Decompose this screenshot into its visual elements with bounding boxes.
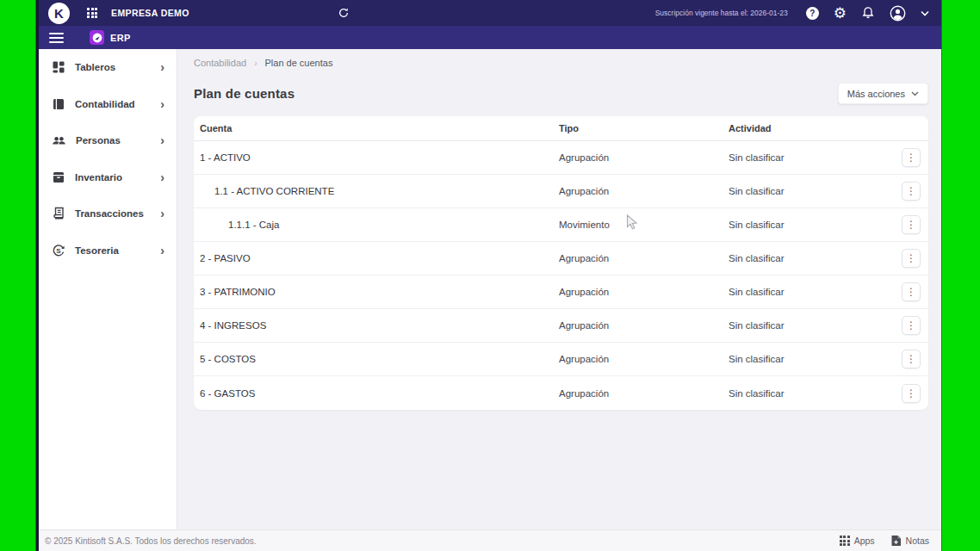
table-row: 1.1.1 - Caja Movimiento Sin clasificar ⋮ [194, 208, 928, 242]
cell-tipo: Movimiento [559, 220, 729, 230]
sidebar-item-label: Personas [76, 135, 160, 145]
cell-cuenta: 4 - INGRESOS [194, 320, 559, 331]
row-menu-button[interactable]: ⋮ [902, 249, 921, 268]
cell-actividad: Sin clasificar [729, 320, 894, 331]
chevron-down-icon [911, 91, 919, 96]
cell-cuenta: 1.1.1 - Caja [194, 220, 559, 230]
sidebar-item-tesoreria[interactable]: S Tesoreria › [39, 232, 177, 269]
copyright-text: © 2025 Kintisoft S.A.S. Todos los derech… [45, 536, 257, 546]
row-menu-button[interactable]: ⋮ [902, 182, 921, 201]
module-bar: ERP [39, 26, 941, 49]
top-bar: K EMPRESA DEMO Suscripción vigente hasta… [39, 0, 941, 26]
column-header-actividad: Actividad [729, 123, 894, 133]
cell-tipo: Agrupación [559, 186, 729, 196]
user-avatar[interactable] [890, 5, 906, 22]
cell-tipo: Agrupación [559, 152, 729, 163]
settings-gear-icon[interactable]: ⚙ [834, 6, 847, 21]
top-bar-right: Suscripción vigente hasta el: 2026-01-23… [655, 5, 929, 22]
cell-actividad: Sin clasificar [729, 220, 894, 230]
row-menu-button[interactable]: ⋮ [902, 350, 921, 368]
cell-cuenta: 2 - PASIVO [194, 253, 559, 263]
cell-tipo: Agrupación [559, 287, 729, 297]
table-row: 3 - PATRIMONIO Agrupación Sin clasificar… [194, 276, 928, 309]
cell-actividad: Sin clasificar [729, 354, 894, 364]
svg-text:S: S [56, 247, 61, 255]
cell-tipo: Agrupación [559, 320, 729, 331]
people-icon [52, 133, 66, 147]
ledger-icon [52, 97, 65, 111]
chevron-right-icon: › [160, 61, 164, 73]
chevron-right-icon: › [160, 207, 164, 220]
notifications-bell-icon[interactable] [861, 6, 875, 20]
breadcrumb-current: Plan de cuentas [265, 58, 333, 68]
kebab-icon: ⋮ [906, 220, 916, 230]
table-header-row: Cuenta Tipo Actividad [194, 116, 928, 141]
apps-button[interactable]: Apps [840, 536, 875, 546]
subscription-status: Suscripción vigente hasta el: 2026-01-23 [655, 9, 788, 17]
logo-letter: K [54, 7, 64, 20]
kebab-icon: ⋮ [906, 388, 916, 399]
chevron-right-icon: › [160, 134, 164, 146]
table-row: 1.1 - ACTIVO CORRIENTE Agrupación Sin cl… [194, 175, 928, 208]
sync-icon[interactable] [338, 7, 350, 19]
sidebar-item-label: Contabilidad [75, 99, 160, 109]
main-content: Contabilidad › Plan de cuentas Plan de c… [177, 49, 941, 529]
account-chevron-down-icon[interactable] [921, 10, 929, 16]
page-header: Plan de cuentas Más acciones [194, 83, 928, 104]
sidebar-item-transacciones[interactable]: Transacciones › [39, 195, 177, 232]
kebab-icon: ⋮ [906, 253, 916, 263]
receipt-icon [52, 207, 65, 220]
breadcrumb-parent[interactable]: Contabilidad [194, 58, 246, 68]
apps-grid-icon [840, 536, 850, 546]
footer: © 2025 Kintisoft S.A.S. Todos los derech… [39, 529, 941, 551]
accounts-table-card: Cuenta Tipo Actividad 1 - ACTIVO Agrupac… [194, 116, 928, 410]
cell-actividad: Sin clasificar [729, 186, 894, 196]
column-header-tipo: Tipo [559, 123, 729, 133]
row-menu-button[interactable]: ⋮ [902, 148, 921, 167]
breadcrumb: Contabilidad › Plan de cuentas [177, 49, 941, 68]
cell-actividad: Sin clasificar [729, 152, 894, 163]
more-actions-button[interactable]: Más acciones [838, 83, 928, 104]
sidebar-item-tableros[interactable]: Tableros › [39, 49, 177, 86]
table-row: 1 - ACTIVO Agrupación Sin clasificar ⋮ [194, 141, 928, 175]
erp-app-label: ERP [110, 33, 131, 43]
chevron-right-icon: › [160, 245, 164, 257]
cell-actividad: Sin clasificar [729, 388, 894, 399]
chevron-right-icon: › [160, 98, 164, 110]
cell-cuenta: 5 - COSTOS [194, 354, 559, 364]
cell-actividad: Sin clasificar [729, 253, 894, 263]
row-menu-button[interactable]: ⋮ [902, 384, 921, 403]
cell-tipo: Agrupación [559, 354, 729, 364]
sidebar-item-label: Tesoreria [75, 245, 160, 256]
table-row: 5 - COSTOS Agrupación Sin clasificar ⋮ [194, 343, 928, 376]
hamburger-menu-icon[interactable] [49, 33, 64, 43]
app-window: K EMPRESA DEMO Suscripción vigente hasta… [36, 0, 941, 551]
sidebar-item-label: Inventario [75, 172, 160, 183]
sidebar-item-personas[interactable]: Personas › [39, 122, 177, 159]
table-row: 6 - GASTOS Agrupación Sin clasificar ⋮ [194, 376, 928, 410]
company-name: EMPRESA DEMO [111, 8, 189, 18]
kebab-icon: ⋮ [906, 320, 916, 331]
erp-app-icon[interactable] [90, 30, 104, 45]
kintisoft-logo[interactable]: K [48, 3, 70, 24]
chevron-right-icon: › [160, 171, 164, 183]
app-launcher-icon[interactable] [87, 8, 97, 18]
kebab-icon: ⋮ [906, 287, 916, 297]
table-row: 2 - PASIVO Agrupación Sin clasificar ⋮ [194, 242, 928, 276]
notes-button[interactable]: Notas [890, 535, 929, 547]
kebab-icon: ⋮ [906, 354, 916, 364]
cell-actividad: Sin clasificar [729, 287, 894, 297]
row-menu-button[interactable]: ⋮ [902, 282, 921, 301]
sidebar-item-inventario[interactable]: Inventario › [39, 159, 177, 196]
cell-tipo: Agrupación [559, 388, 729, 399]
row-menu-button[interactable]: ⋮ [902, 215, 921, 234]
page-title: Plan de cuentas [194, 86, 295, 101]
help-icon[interactable]: ? [806, 7, 819, 20]
row-menu-button[interactable]: ⋮ [902, 316, 921, 335]
treasury-icon: S [52, 244, 65, 257]
column-header-cuenta: Cuenta [194, 123, 559, 133]
breadcrumb-separator: › [254, 59, 257, 68]
cell-tipo: Agrupación [559, 253, 729, 263]
footer-right: Apps Notas [840, 535, 929, 547]
sidebar-item-contabilidad[interactable]: Contabilidad › [39, 86, 177, 123]
